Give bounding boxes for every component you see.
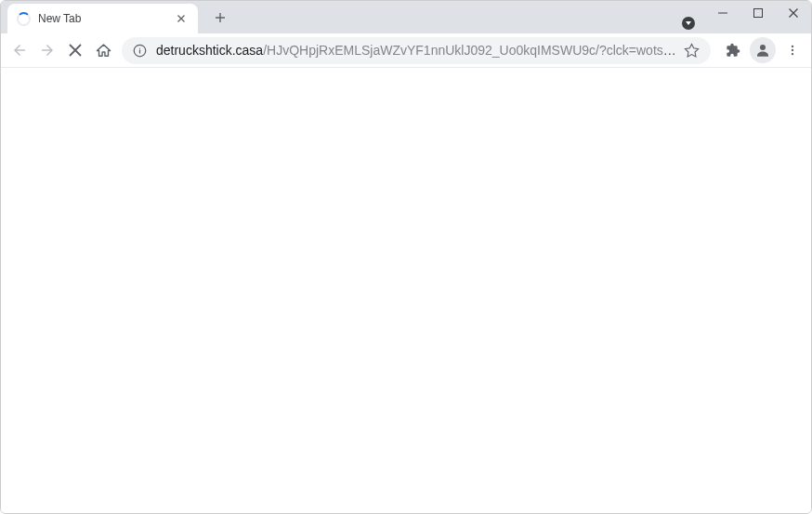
toolbar: detruckshtick.casa/HJvQHpjRxEMLSjaWZvYF1…	[1, 33, 811, 68]
home-button[interactable]	[90, 37, 116, 63]
new-tab-button[interactable]	[207, 5, 233, 31]
stop-button[interactable]	[62, 37, 88, 63]
extensions-button[interactable]	[720, 37, 746, 63]
svg-point-5	[792, 53, 793, 55]
svg-point-2	[760, 45, 766, 50]
window-controls	[705, 1, 811, 29]
url-text: detruckshtick.casa/HJvQHpjRxEMLSjaWZvYF1…	[156, 43, 676, 58]
svg-point-4	[792, 49, 793, 51]
address-bar[interactable]: detruckshtick.casa/HJvQHpjRxEMLSjaWZvYF1…	[122, 37, 711, 64]
loading-spinner-icon	[17, 12, 31, 26]
back-button[interactable]	[7, 37, 33, 63]
profile-button[interactable]	[750, 37, 776, 63]
url-domain: detruckshtick.casa	[156, 43, 263, 58]
tab-title: New Tab	[38, 12, 174, 25]
toolbar-right	[716, 37, 805, 63]
close-tab-button[interactable]	[174, 11, 189, 26]
minimize-button[interactable]	[705, 1, 740, 25]
media-badge-icon[interactable]	[682, 17, 695, 30]
url-path: /HJvQHpjRxEMLSjaWZvYF1nnUklJ092_Uo0kqIMS…	[263, 43, 676, 58]
menu-button[interactable]	[779, 37, 805, 63]
page-content	[1, 68, 811, 513]
site-info-icon[interactable]	[133, 44, 147, 58]
tab-strip: New Tab	[1, 1, 811, 33]
forward-button[interactable]	[34, 37, 60, 63]
svg-rect-0	[754, 9, 763, 18]
close-window-button[interactable]	[776, 1, 811, 25]
bookmark-star-icon[interactable]	[684, 43, 700, 59]
browser-tab[interactable]: New Tab	[7, 4, 198, 33]
maximize-button[interactable]	[740, 1, 776, 25]
svg-point-3	[792, 46, 793, 47]
browser-window: New Tab	[0, 0, 812, 514]
